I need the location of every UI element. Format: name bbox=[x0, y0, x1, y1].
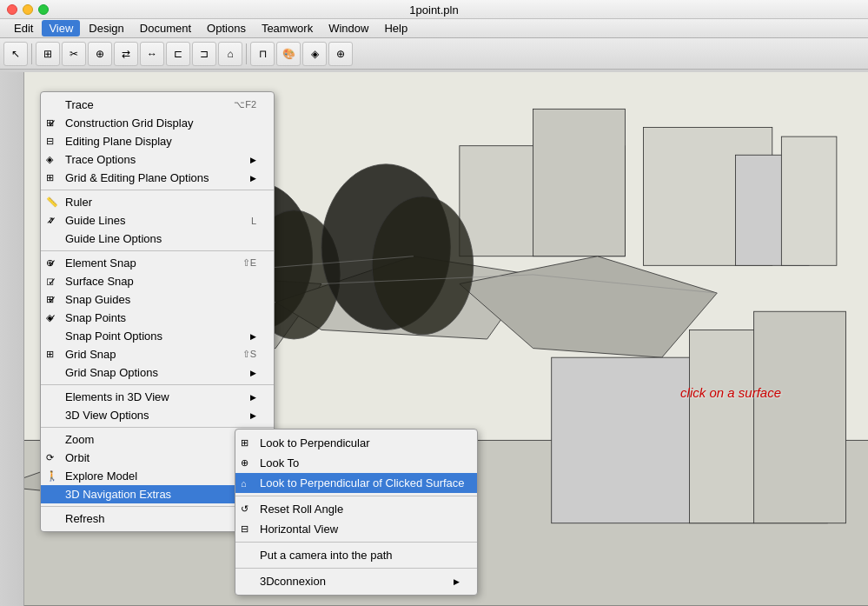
minimize-button[interactable] bbox=[23, 4, 33, 15]
construction-grid-label: Construction Grid Display bbox=[65, 117, 193, 130]
svg-rect-2 bbox=[533, 109, 626, 256]
sub-sep-1 bbox=[235, 496, 477, 496]
menu-options[interactable]: Options bbox=[200, 20, 253, 37]
sub-sep-3 bbox=[235, 568, 477, 569]
grid-options-icon: ⊞ bbox=[46, 172, 54, 183]
menu-grid-options[interactable]: ⊞ Grid & Editing Plane Options bbox=[41, 169, 274, 187]
orbit-icon: ⟳ bbox=[46, 452, 54, 463]
look-perp-surface-icon: ⌂ bbox=[241, 478, 247, 489]
close-button[interactable] bbox=[7, 4, 17, 15]
menu-grid-snap[interactable]: ⊞ Grid Snap ⇧S bbox=[41, 345, 274, 363]
3dconnexion-label: 3Dconnexion bbox=[260, 575, 326, 588]
trace-options-icon: ◈ bbox=[46, 154, 53, 165]
element-snap-icon: ⊕ bbox=[46, 257, 54, 269]
look-perp-icon: ⊞ bbox=[241, 437, 248, 449]
menu-edit[interactable]: Edit bbox=[7, 20, 40, 37]
menu-design[interactable]: Design bbox=[82, 20, 130, 37]
menu-surface-snap[interactable]: ◻ Surface Snap bbox=[41, 272, 274, 290]
refresh-label: Refresh bbox=[65, 512, 105, 525]
trace-shortcut: ⌥F2 bbox=[234, 99, 256, 110]
surface-snap-icon: ◻ bbox=[46, 276, 54, 287]
guideline-options-label: Guide Line Options bbox=[65, 232, 162, 245]
3d-nav-extras-label: 3D Navigation Extras bbox=[65, 488, 171, 501]
menu-view[interactable]: View bbox=[42, 20, 80, 37]
submenu-3d-nav: ⊞ Look to Perpendicular ⊕ Look To ⌂ Look… bbox=[235, 429, 478, 596]
menu-snap-points[interactable]: ◈ Snap Points bbox=[41, 309, 274, 327]
trace-options-label: Trace Options bbox=[65, 153, 136, 166]
toolbar-btn-7[interactable]: ⊐ bbox=[192, 42, 216, 66]
submenu-horizontal-view[interactable]: ⊟ Horizontal View bbox=[235, 519, 477, 539]
toolbar-btn-5[interactable]: ↔ bbox=[140, 42, 164, 66]
grid-icon: ⊞ bbox=[46, 117, 54, 129]
menu-teamwork[interactable]: Teamwork bbox=[255, 20, 320, 37]
toolbar-btn-2[interactable]: ✂ bbox=[62, 42, 86, 66]
grid-snap-options-label: Grid Snap Options bbox=[65, 366, 158, 379]
surface-snap-label: Surface Snap bbox=[65, 275, 134, 288]
toolbar-btn-8[interactable]: ⌂ bbox=[218, 42, 242, 66]
look-perp-surface-label: Look to Perpendicular of Clicked Surface bbox=[260, 476, 465, 489]
menu-grid-snap-options[interactable]: Grid Snap Options bbox=[41, 363, 274, 382]
orbit-label: Orbit bbox=[65, 451, 89, 464]
elements-3d-label: Elements in 3D View bbox=[65, 390, 169, 403]
toolbar-btn-1[interactable]: ⊞ bbox=[36, 42, 60, 66]
menu-document[interactable]: Document bbox=[133, 20, 198, 37]
svg-point-12 bbox=[372, 196, 473, 335]
toolbar-btn-3[interactable]: ⊕ bbox=[88, 42, 112, 66]
menu-trace-options[interactable]: ◈ Trace Options bbox=[41, 150, 274, 169]
3d-view-options-label: 3D View Options bbox=[65, 409, 149, 422]
grid-snap-shortcut: ⇧S bbox=[242, 349, 256, 360]
menubar: Edit View Design Document Options Teamwo… bbox=[0, 19, 868, 38]
grid-options-label: Grid & Editing Plane Options bbox=[65, 171, 209, 184]
menu-editing-plane[interactable]: ⊟ Editing Plane Display bbox=[41, 132, 274, 150]
submenu-look-perpendicular[interactable]: ⊞ Look to Perpendicular bbox=[235, 433, 477, 453]
toolbar-btn-4[interactable]: ⇄ bbox=[114, 42, 138, 66]
snap-guides-icon: ⊞ bbox=[46, 294, 54, 305]
element-snap-label: Element Snap bbox=[65, 256, 136, 270]
toolbar-btn-6[interactable]: ⊏ bbox=[166, 42, 190, 66]
menu-ruler[interactable]: 📏 Ruler bbox=[41, 193, 274, 211]
menu-3d-view-options[interactable]: 3D View Options bbox=[41, 406, 274, 424]
window-title: 1point.pln bbox=[0, 0, 868, 19]
submenu-camera-path[interactable]: Put a camera into the path bbox=[235, 545, 477, 565]
menu-snap-point-options[interactable]: Snap Point Options bbox=[41, 327, 274, 345]
guidelines-label: Guide Lines bbox=[65, 214, 125, 227]
menu-window[interactable]: Window bbox=[321, 20, 375, 37]
submenu-reset-roll[interactable]: ↺ Reset Roll Angle bbox=[235, 499, 477, 519]
editing-plane-label: Editing Plane Display bbox=[65, 135, 172, 148]
submenu-look-to[interactable]: ⊕ Look To bbox=[235, 453, 477, 473]
sep-2 bbox=[41, 250, 274, 251]
horizontal-view-icon: ⊟ bbox=[241, 523, 248, 535]
menu-help[interactable]: Help bbox=[377, 20, 414, 37]
snap-points-icon: ◈ bbox=[46, 312, 53, 323]
look-perpendicular-label: Look to Perpendicular bbox=[260, 436, 369, 450]
menu-element-snap[interactable]: ⊕ Element Snap ⇧E bbox=[41, 254, 274, 272]
toolbar-arrow[interactable]: ↖ bbox=[3, 42, 28, 66]
toolbar-btn-11[interactable]: ◈ bbox=[302, 42, 327, 66]
toolbar-btn-9[interactable]: ⊓ bbox=[250, 42, 275, 66]
main-content: ↑ click on a surface Trace ⌥F2 ⊞ Constru… bbox=[0, 72, 868, 606]
svg-rect-21 bbox=[754, 311, 846, 523]
reset-roll-label: Reset Roll Angle bbox=[260, 503, 343, 516]
guidelines-shortcut: L bbox=[251, 216, 256, 226]
look-to-label: Look To bbox=[260, 456, 299, 469]
menu-construction-grid[interactable]: ⊞ Construction Grid Display bbox=[41, 114, 274, 132]
menu-snap-guides[interactable]: ⊞ Snap Guides bbox=[41, 290, 274, 309]
menu-guideline-options[interactable]: Guide Line Options bbox=[41, 230, 274, 248]
camera-path-label: Put a camera into the path bbox=[260, 549, 392, 562]
maximize-button[interactable] bbox=[38, 4, 49, 15]
look-to-icon: ⊕ bbox=[241, 457, 248, 469]
submenu-3dconnexion[interactable]: 3Dconnexion bbox=[235, 571, 477, 591]
snap-point-options-label: Snap Point Options bbox=[65, 330, 162, 343]
menu-guidelines[interactable]: ↗ Guide Lines L bbox=[41, 211, 274, 230]
submenu-look-perp-surface[interactable]: ⌂ Look to Perpendicular of Clicked Surfa… bbox=[235, 473, 477, 493]
explore-model-label: Explore Model bbox=[65, 469, 137, 483]
toolbar-btn-10[interactable]: 🎨 bbox=[276, 42, 301, 66]
toolbar: ↖ ⊞ ✂ ⊕ ⇄ ↔ ⊏ ⊐ ⌂ ⊓ 🎨 ◈ ⊕ bbox=[0, 38, 868, 70]
toolbar-btn-12[interactable]: ⊕ bbox=[328, 42, 353, 66]
sep-3 bbox=[41, 384, 274, 385]
window-chrome: 1point.pln bbox=[0, 0, 868, 19]
element-snap-shortcut: ⇧E bbox=[242, 257, 256, 269]
menu-elements-3d[interactable]: Elements in 3D View bbox=[41, 388, 274, 406]
menu-trace[interactable]: Trace ⌥F2 bbox=[41, 96, 274, 114]
snap-guides-label: Snap Guides bbox=[65, 293, 130, 306]
